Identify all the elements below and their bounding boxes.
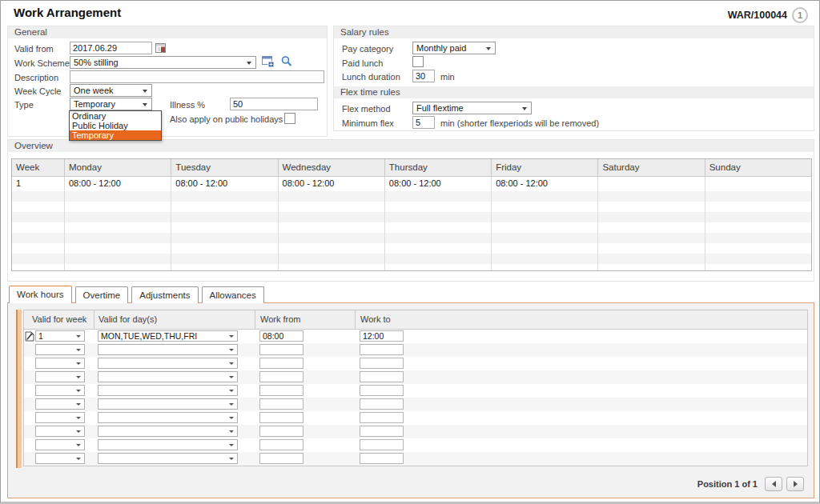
work-scheme-combobox[interactable]: 50% stilling xyxy=(70,56,256,69)
grid-row-empty[interactable] xyxy=(24,452,807,466)
overview-col-wednesday[interactable]: Wednesday xyxy=(279,159,385,176)
tab-allowances[interactable]: Allowances xyxy=(202,286,264,303)
valid-days-combobox[interactable] xyxy=(98,385,238,396)
overview-col-thursday[interactable]: Thursday xyxy=(385,159,492,176)
work-to-input[interactable] xyxy=(360,344,404,355)
notification-badge[interactable]: 1 xyxy=(792,7,808,23)
valid-week-combobox[interactable] xyxy=(35,385,85,396)
work-from-input[interactable] xyxy=(259,439,303,450)
work-to-input[interactable] xyxy=(360,439,404,450)
grid-col-valid-for-days[interactable]: Valid for day(s) xyxy=(94,310,255,329)
calendar-icon[interactable] xyxy=(155,42,167,55)
grid-row-empty[interactable] xyxy=(24,398,807,411)
overview-cell-sunday xyxy=(705,177,811,191)
overview-col-tuesday[interactable]: Tuesday xyxy=(171,159,278,176)
work-from-input[interactable] xyxy=(259,358,303,369)
work-to-input[interactable] xyxy=(360,426,404,437)
work-from-input[interactable] xyxy=(259,398,303,410)
work-to-input[interactable] xyxy=(360,358,404,369)
work-to-input[interactable] xyxy=(360,412,404,423)
valid-days-combobox[interactable] xyxy=(98,398,238,410)
work-from-input[interactable] xyxy=(259,371,303,382)
valid-days-combobox[interactable] xyxy=(98,439,238,450)
type-option-public-holiday[interactable]: Public Holiday xyxy=(70,121,161,130)
work-from-input[interactable] xyxy=(259,330,303,342)
grid-col-work-to[interactable]: Work to xyxy=(356,310,807,329)
work-from-input[interactable] xyxy=(259,426,303,437)
overview-col-monday[interactable]: Monday xyxy=(65,159,171,176)
valid-week-combobox[interactable] xyxy=(35,358,85,369)
week-cycle-combobox[interactable]: One week xyxy=(70,84,152,97)
overview-empty-rows xyxy=(12,191,811,270)
grid-col-work-from[interactable]: Work from xyxy=(255,310,356,329)
minimum-flex-input[interactable] xyxy=(412,116,435,129)
valid-week-combobox[interactable] xyxy=(35,344,85,355)
type-option-ordinary[interactable]: Ordinary xyxy=(70,111,161,121)
grid-row-empty[interactable] xyxy=(24,357,807,370)
flex-method-combobox[interactable]: Full flextime xyxy=(412,102,532,114)
grid-row-empty[interactable] xyxy=(24,411,807,425)
grid-row-empty[interactable] xyxy=(24,343,807,357)
valid-days-combobox[interactable] xyxy=(98,358,238,369)
valid-days-combobox[interactable] xyxy=(98,371,238,382)
overview-col-friday[interactable]: Friday xyxy=(492,159,598,176)
type-combobox[interactable]: Temporary xyxy=(70,98,152,110)
type-option-temporary[interactable]: Temporary xyxy=(70,130,161,140)
work-from-input[interactable] xyxy=(259,453,303,464)
tab-overtime[interactable]: Overtime xyxy=(75,286,129,303)
grid-row-empty[interactable] xyxy=(24,384,807,398)
valid-days-combobox[interactable] xyxy=(98,426,238,437)
valid-days-combobox[interactable]: MON,TUE,WED,THU,FRI xyxy=(98,330,238,342)
grid-row-empty[interactable] xyxy=(24,438,807,452)
valid-week-combobox[interactable]: 1 xyxy=(35,330,85,342)
valid-days-combobox[interactable] xyxy=(98,453,238,464)
pay-category-combobox[interactable]: Monthly paid xyxy=(412,42,496,54)
valid-week-combobox[interactable] xyxy=(35,439,85,450)
description-input[interactable] xyxy=(70,70,324,83)
lunch-duration-input[interactable] xyxy=(412,70,435,82)
work-from-input[interactable] xyxy=(259,344,303,355)
valid-week-combobox[interactable] xyxy=(35,398,85,410)
open-card-icon[interactable] xyxy=(262,56,275,70)
paid-lunch-checkbox[interactable] xyxy=(412,56,424,67)
overview-col-week[interactable]: Week xyxy=(12,159,65,176)
valid-week-combobox[interactable] xyxy=(35,453,85,464)
public-holidays-checkbox[interactable] xyxy=(284,113,295,124)
overview-section: Overview Week Monday Tuesday Wednesday T… xyxy=(7,139,814,282)
salary-rules-section-header: Salary rules xyxy=(334,26,814,38)
grid-row-empty[interactable] xyxy=(24,370,807,384)
grid-row-empty[interactable] xyxy=(24,425,807,438)
pager-next-button[interactable] xyxy=(786,477,804,491)
tab-adjustments[interactable]: Adjustments xyxy=(131,286,198,303)
tab-work-hours[interactable]: Work hours xyxy=(9,286,72,303)
grid-col-valid-for-week[interactable]: Valid for week xyxy=(24,310,94,329)
search-icon[interactable] xyxy=(280,55,293,70)
row-selector-stripe[interactable] xyxy=(16,310,22,468)
work-to-input[interactable] xyxy=(360,453,404,464)
work-from-input[interactable] xyxy=(259,412,303,423)
valid-week-combobox[interactable] xyxy=(35,371,85,382)
page-title: Work Arrangement xyxy=(14,6,121,19)
overview-cell-monday: 08:00 - 12:00 xyxy=(65,177,171,191)
pay-category-value: Monthly paid xyxy=(416,43,466,53)
overview-table: Week Monday Tuesday Wednesday Thursday F… xyxy=(11,158,812,271)
grid-header-row: Valid for week Valid for day(s) Work fro… xyxy=(24,310,807,330)
work-from-input[interactable] xyxy=(259,385,303,396)
grid-row-1[interactable]: 1 MON,TUE,WED,THU,FRI xyxy=(24,330,807,343)
work-to-input[interactable] xyxy=(360,330,404,342)
overview-col-saturday[interactable]: Saturday xyxy=(598,159,705,176)
valid-week-combobox[interactable] xyxy=(35,412,85,423)
general-section-header: General xyxy=(8,26,327,38)
valid-week-combobox[interactable] xyxy=(35,426,85,437)
work-to-input[interactable] xyxy=(360,398,404,410)
illness-input[interactable] xyxy=(230,98,318,110)
work-to-input[interactable] xyxy=(360,385,404,396)
pager-position-text: Position 1 of 1 xyxy=(697,479,758,489)
overview-data-row[interactable]: 1 08:00 - 12:00 08:00 - 12:00 08:00 - 12… xyxy=(12,177,811,191)
overview-col-sunday[interactable]: Sunday xyxy=(705,159,811,176)
work-to-input[interactable] xyxy=(360,371,404,382)
valid-days-combobox[interactable] xyxy=(98,412,238,423)
valid-from-input[interactable] xyxy=(70,42,152,54)
valid-days-combobox[interactable] xyxy=(98,344,238,355)
pager-previous-button[interactable] xyxy=(765,477,782,491)
